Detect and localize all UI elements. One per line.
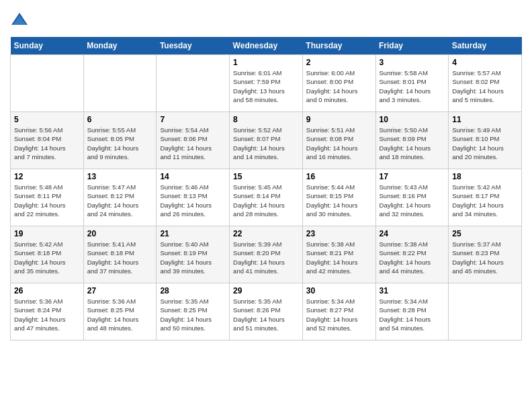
day-info: Sunrise: 5:54 AMSunset: 8:06 PMDaylight:… xyxy=(160,126,226,161)
day-info: Sunrise: 5:48 AMSunset: 8:11 PMDaylight:… xyxy=(14,183,80,218)
weekday-header-monday: Monday xyxy=(83,37,157,55)
weekday-header-friday: Friday xyxy=(375,37,449,55)
day-number: 16 xyxy=(306,172,372,181)
week-row-2: 5Sunrise: 5:56 AMSunset: 8:04 PMDaylight… xyxy=(11,112,522,169)
calendar-cell: 12Sunrise: 5:48 AMSunset: 8:11 PMDayligh… xyxy=(11,169,84,226)
day-info: Sunrise: 5:56 AMSunset: 8:04 PMDaylight:… xyxy=(14,126,80,161)
calendar-cell xyxy=(157,55,230,112)
day-number: 5 xyxy=(14,115,80,124)
header xyxy=(10,10,522,29)
day-number: 1 xyxy=(233,58,299,67)
day-info: Sunrise: 5:36 AMSunset: 8:24 PMDaylight:… xyxy=(14,297,80,332)
day-number: 20 xyxy=(87,229,153,238)
day-info: Sunrise: 5:34 AMSunset: 8:27 PMDaylight:… xyxy=(306,297,372,332)
day-number: 3 xyxy=(380,58,445,67)
day-info: Sunrise: 5:39 AMSunset: 8:20 PMDaylight:… xyxy=(233,240,299,275)
calendar-cell: 30Sunrise: 5:34 AMSunset: 8:27 PMDayligh… xyxy=(302,283,375,340)
calendar-cell: 7Sunrise: 5:54 AMSunset: 8:06 PMDaylight… xyxy=(157,112,230,169)
calendar-cell: 15Sunrise: 5:45 AMSunset: 8:14 PMDayligh… xyxy=(230,169,303,226)
day-number: 18 xyxy=(452,172,518,181)
day-info: Sunrise: 5:38 AMSunset: 8:21 PMDaylight:… xyxy=(306,240,372,275)
week-row-1: 1Sunrise: 6:01 AMSunset: 7:59 PMDaylight… xyxy=(11,55,522,112)
day-info: Sunrise: 6:01 AMSunset: 7:59 PMDaylight:… xyxy=(233,68,299,104)
day-info: Sunrise: 5:46 AMSunset: 8:13 PMDaylight:… xyxy=(160,183,226,218)
day-info: Sunrise: 6:00 AMSunset: 8:00 PMDaylight:… xyxy=(306,68,372,104)
calendar-cell: 18Sunrise: 5:42 AMSunset: 8:17 PMDayligh… xyxy=(449,169,522,226)
day-info: Sunrise: 5:58 AMSunset: 8:01 PMDaylight:… xyxy=(380,68,445,104)
day-number: 2 xyxy=(306,58,372,67)
day-info: Sunrise: 5:35 AMSunset: 8:25 PMDaylight:… xyxy=(160,297,226,332)
calendar-cell: 31Sunrise: 5:34 AMSunset: 8:28 PMDayligh… xyxy=(375,283,449,340)
day-number: 8 xyxy=(233,115,299,124)
calendar-cell xyxy=(83,55,157,112)
day-number: 10 xyxy=(380,115,445,124)
calendar-cell: 29Sunrise: 5:35 AMSunset: 8:26 PMDayligh… xyxy=(230,283,303,340)
calendar-cell: 9Sunrise: 5:51 AMSunset: 8:08 PMDaylight… xyxy=(302,112,375,169)
day-info: Sunrise: 5:52 AMSunset: 8:07 PMDaylight:… xyxy=(233,126,299,161)
calendar-cell: 26Sunrise: 5:36 AMSunset: 8:24 PMDayligh… xyxy=(11,283,84,340)
calendar-cell: 24Sunrise: 5:38 AMSunset: 8:22 PMDayligh… xyxy=(375,226,449,283)
calendar-cell: 3Sunrise: 5:58 AMSunset: 8:01 PMDaylight… xyxy=(375,55,449,112)
calendar-cell: 14Sunrise: 5:46 AMSunset: 8:13 PMDayligh… xyxy=(157,169,230,226)
calendar-cell: 19Sunrise: 5:42 AMSunset: 8:18 PMDayligh… xyxy=(11,226,84,283)
header-row: SundayMondayTuesdayWednesdayThursdayFrid… xyxy=(11,37,522,55)
day-info: Sunrise: 5:47 AMSunset: 8:12 PMDaylight:… xyxy=(87,183,153,218)
day-info: Sunrise: 5:40 AMSunset: 8:19 PMDaylight:… xyxy=(160,240,226,275)
day-number: 17 xyxy=(380,172,445,181)
day-number: 22 xyxy=(233,229,299,238)
day-number: 26 xyxy=(14,286,80,295)
weekday-header-sunday: Sunday xyxy=(11,37,84,55)
day-number: 7 xyxy=(160,115,226,124)
calendar-cell: 16Sunrise: 5:44 AMSunset: 8:15 PMDayligh… xyxy=(302,169,375,226)
calendar-cell: 22Sunrise: 5:39 AMSunset: 8:20 PMDayligh… xyxy=(230,226,303,283)
calendar-cell xyxy=(11,55,84,112)
day-number: 21 xyxy=(160,229,226,238)
day-number: 30 xyxy=(306,286,372,295)
day-number: 13 xyxy=(87,172,153,181)
calendar-cell: 17Sunrise: 5:43 AMSunset: 8:16 PMDayligh… xyxy=(375,169,449,226)
day-number: 4 xyxy=(452,58,518,67)
logo-icon xyxy=(10,10,29,29)
day-number: 12 xyxy=(14,172,80,181)
week-row-5: 26Sunrise: 5:36 AMSunset: 8:24 PMDayligh… xyxy=(11,283,522,340)
day-number: 11 xyxy=(452,115,518,124)
day-info: Sunrise: 5:37 AMSunset: 8:23 PMDaylight:… xyxy=(452,240,518,275)
day-info: Sunrise: 5:57 AMSunset: 8:02 PMDaylight:… xyxy=(452,68,518,104)
calendar-cell: 5Sunrise: 5:56 AMSunset: 8:04 PMDaylight… xyxy=(11,112,84,169)
day-info: Sunrise: 5:49 AMSunset: 8:10 PMDaylight:… xyxy=(452,126,518,161)
calendar-cell: 23Sunrise: 5:38 AMSunset: 8:21 PMDayligh… xyxy=(302,226,375,283)
day-info: Sunrise: 5:44 AMSunset: 8:15 PMDaylight:… xyxy=(306,183,372,218)
calendar-cell: 10Sunrise: 5:50 AMSunset: 8:09 PMDayligh… xyxy=(375,112,449,169)
day-number: 9 xyxy=(306,115,372,124)
page: SundayMondayTuesdayWednesdayThursdayFrid… xyxy=(0,0,532,347)
calendar-cell: 20Sunrise: 5:41 AMSunset: 8:18 PMDayligh… xyxy=(83,226,157,283)
day-number: 19 xyxy=(14,229,80,238)
logo xyxy=(10,10,32,29)
day-info: Sunrise: 5:50 AMSunset: 8:09 PMDaylight:… xyxy=(380,126,445,161)
day-info: Sunrise: 5:55 AMSunset: 8:05 PMDaylight:… xyxy=(87,126,153,161)
weekday-header-wednesday: Wednesday xyxy=(230,37,303,55)
day-number: 14 xyxy=(160,172,226,181)
calendar-cell xyxy=(449,283,522,340)
calendar-cell: 21Sunrise: 5:40 AMSunset: 8:19 PMDayligh… xyxy=(157,226,230,283)
day-info: Sunrise: 5:42 AMSunset: 8:17 PMDaylight:… xyxy=(452,183,518,218)
day-number: 23 xyxy=(306,229,372,238)
day-number: 6 xyxy=(87,115,153,124)
weekday-header-saturday: Saturday xyxy=(449,37,522,55)
day-number: 25 xyxy=(452,229,518,238)
week-row-3: 12Sunrise: 5:48 AMSunset: 8:11 PMDayligh… xyxy=(11,169,522,226)
calendar-cell: 25Sunrise: 5:37 AMSunset: 8:23 PMDayligh… xyxy=(449,226,522,283)
calendar-cell: 1Sunrise: 6:01 AMSunset: 7:59 PMDaylight… xyxy=(230,55,303,112)
calendar-cell: 6Sunrise: 5:55 AMSunset: 8:05 PMDaylight… xyxy=(83,112,157,169)
day-info: Sunrise: 5:45 AMSunset: 8:14 PMDaylight:… xyxy=(233,183,299,218)
day-info: Sunrise: 5:42 AMSunset: 8:18 PMDaylight:… xyxy=(14,240,80,275)
day-info: Sunrise: 5:36 AMSunset: 8:25 PMDaylight:… xyxy=(87,297,153,332)
day-info: Sunrise: 5:51 AMSunset: 8:08 PMDaylight:… xyxy=(306,126,372,161)
day-number: 27 xyxy=(87,286,153,295)
day-info: Sunrise: 5:38 AMSunset: 8:22 PMDaylight:… xyxy=(380,240,445,275)
calendar-cell: 27Sunrise: 5:36 AMSunset: 8:25 PMDayligh… xyxy=(83,283,157,340)
calendar-cell: 13Sunrise: 5:47 AMSunset: 8:12 PMDayligh… xyxy=(83,169,157,226)
calendar-cell: 8Sunrise: 5:52 AMSunset: 8:07 PMDaylight… xyxy=(230,112,303,169)
weekday-header-thursday: Thursday xyxy=(302,37,375,55)
day-number: 15 xyxy=(233,172,299,181)
